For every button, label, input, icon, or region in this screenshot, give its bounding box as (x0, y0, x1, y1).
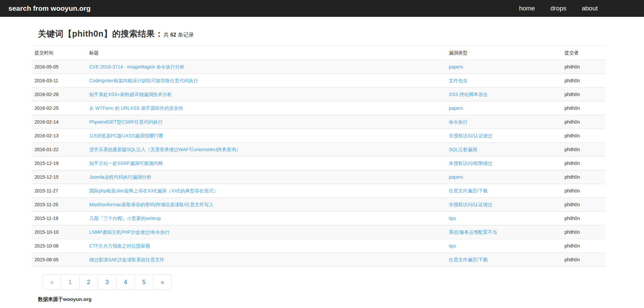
cell-submit-time: 2015-12-19 (32, 157, 87, 170)
vuln-type-link[interactable]: 文件包含 (449, 78, 468, 83)
pagination: «12345» (43, 274, 172, 290)
cell-author: phith0n (562, 74, 605, 88)
report-title-link[interactable]: 知乎主站一处SSRF漏洞可探测内网 (89, 161, 163, 166)
cell-vuln-type: tips (446, 212, 562, 225)
cell-vuln-type: 非授权访问/认证绕过 (446, 198, 562, 212)
vuln-type-link[interactable]: 非授权访问/认证绕过 (449, 202, 492, 207)
table-row: 2016-03-11CodeIgniter框架内核设计缺陷可能导致任意代码执行文… (32, 74, 605, 88)
cell-author: phith0n (562, 88, 605, 101)
cell-title: 几期『三个白帽』小竞赛的writeup (87, 212, 446, 225)
navbar-links: home drops about (503, 5, 598, 12)
data-source-note: 数据来源于wooyun.org (38, 296, 605, 303)
cell-title: CodeIgniter框架内核设计缺陷可能导致任意代码执行 (87, 74, 446, 88)
cell-title: 115浏览器PC版UXSS漏洞指哪打哪 (87, 129, 446, 143)
results-table-head: 提交时间 标题 漏洞类型 提交者 (32, 46, 605, 60)
cell-title: LNMP虚拟主机PHP沙盒绕过/命令执行 (87, 225, 446, 239)
cell-title: 知乎某处XSS+刷粉超详细漏洞技术分析 (87, 88, 446, 101)
cell-vuln-type: 命令执行 (446, 115, 562, 129)
cell-submit-time: 2015-10-10 (32, 225, 87, 239)
report-title-link[interactable]: 贷齐乐系统最新版SQL注入（无需登录绕过WAF可unionselect跨表查询） (89, 147, 240, 152)
vuln-type-link[interactable]: 任意文件遍历/下载 (449, 257, 488, 262)
cell-title: PhpwindGET型CSRF任意代码执行 (87, 115, 446, 129)
report-title-link[interactable]: 知乎某处XSS+刷粉超详细漏洞技术分析 (89, 92, 172, 97)
report-title-link[interactable]: 绕过新浪SAE沙盒读取系统任意文件 (89, 257, 164, 262)
table-row: 2015-10-10LNMP虚拟主机PHP沙盒绕过/命令执行系统/服务运维配置不… (32, 225, 605, 239)
vuln-type-link[interactable]: 任意文件遍历/下载 (449, 188, 488, 193)
report-title-link[interactable]: 几期『三个白帽』小竞赛的writeup (89, 216, 161, 221)
table-row: 2016-02-14PhpwindGET型CSRF任意代码执行命令执行phith… (32, 115, 605, 129)
report-title-link[interactable]: Joomla远程代码执行漏洞分析 (89, 174, 151, 180)
report-title-link[interactable]: 从 WTForm 的 URLXSS 谈开源组件的安全性 (89, 105, 183, 111)
cell-author: phith0n (562, 157, 605, 170)
cell-author: phith0n (562, 101, 605, 115)
vuln-type-link[interactable]: SQL注射漏洞 (449, 147, 477, 152)
results-table: 提交时间 标题 漏洞类型 提交者 2016-05-05CVE-2016-3714… (32, 45, 605, 267)
report-title-link[interactable]: Maxthonformac获取保存的密码/跨域信息读取/任意文件写入 (89, 202, 213, 207)
cell-author: phith0n (562, 198, 605, 212)
col-header-vuln-type: 漏洞类型 (446, 46, 562, 60)
cell-submit-time: 2016-02-14 (32, 115, 87, 129)
cell-title: 绕过新浪SAE沙盒读取系统任意文件 (87, 253, 446, 267)
pagination-page-2-button[interactable]: 2 (79, 274, 98, 290)
report-title-link[interactable]: 115浏览器PC版UXSS漏洞指哪打哪 (89, 133, 163, 138)
site-brand-link[interactable]: search from wooyun.org (8, 4, 91, 12)
cell-author: phith0n (562, 129, 605, 143)
report-title-link[interactable]: CodeIgniter框架内核设计缺陷可能导致任意代码执行 (89, 78, 198, 83)
vuln-type-link[interactable]: 未授权访问/权限绕过 (449, 161, 492, 166)
cell-title: 从 WTForm 的 URLXSS 谈开源组件的安全性 (87, 101, 446, 115)
table-row: 2015-10-08CTF主办方指南之对抗搅屎棍tipsphith0n (32, 239, 605, 253)
vuln-type-link[interactable]: 系统/服务运维配置不当 (449, 229, 497, 235)
main-content: 关键词【phith0n】的搜索结果：共 62 条记录 提交时间 标题 漏洞类型 … (32, 28, 605, 303)
pagination-page-3-button[interactable]: 3 (98, 274, 116, 290)
cell-vuln-type: 系统/服务运维配置不当 (446, 225, 562, 239)
table-row: 2016-02-28知乎某处XSS+刷粉超详细漏洞技术分析XSS 跨站脚本攻击p… (32, 88, 605, 101)
vuln-type-link[interactable]: tips (449, 243, 456, 249)
cell-author: phith0n (562, 212, 605, 225)
cell-submit-time: 2016-02-28 (32, 88, 87, 101)
report-title-link[interactable]: LNMP虚拟主机PHP沙盒绕过/命令执行 (89, 229, 170, 235)
table-row: 2015-11-27国际php框架slim架构上存在XXE漏洞（XXE的典型存在… (32, 184, 605, 198)
pagination-page-4-button[interactable]: 4 (116, 274, 135, 290)
report-title-link[interactable]: PhpwindGET型CSRF任意代码执行 (89, 119, 163, 125)
vuln-type-link[interactable]: XSS 跨站脚本攻击 (449, 92, 488, 97)
table-row: 2015-12-19知乎主站一处SSRF漏洞可探测内网未授权访问/权限绕过phi… (32, 157, 605, 170)
cell-submit-time: 2015-11-19 (32, 212, 87, 225)
nav-home-link[interactable]: home (519, 5, 535, 12)
report-title-link[interactable]: CTF主办方指南之对抗搅屎棍 (89, 243, 150, 249)
pagination-next-button[interactable]: » (153, 274, 172, 290)
table-row: 2016-02-25从 WTForm 的 URLXSS 谈开源组件的安全性pap… (32, 101, 605, 115)
vuln-type-link[interactable]: papers (449, 64, 463, 70)
col-header-title: 标题 (87, 46, 446, 60)
report-title-link[interactable]: 国际php框架slim架构上存在XXE漏洞（XXE的典型存在形式） (89, 188, 218, 193)
table-row: 2015-08-05绕过新浪SAE沙盒读取系统任意文件任意文件遍历/下载phit… (32, 253, 605, 267)
col-header-author: 提交者 (562, 46, 605, 60)
vuln-type-link[interactable]: papers (449, 105, 463, 111)
table-row: 2016-05-05CVE-2016-3714 - ImageMagick 命令… (32, 60, 605, 74)
cell-submit-time: 2015-08-05 (32, 253, 87, 267)
vuln-type-link[interactable]: 命令执行 (449, 119, 468, 125)
report-title-link[interactable]: CVE-2016-3714 - ImageMagick 命令执行分析 (89, 64, 184, 70)
vuln-type-link[interactable]: papers (449, 174, 463, 180)
table-row: 2016-01-22贷齐乐系统最新版SQL注入（无需登录绕过WAF可unions… (32, 143, 605, 157)
cell-submit-time: 2015-11-27 (32, 184, 87, 198)
cell-author: phith0n (562, 184, 605, 198)
cell-author: phith0n (562, 225, 605, 239)
cell-vuln-type: 非授权访问/认证绕过 (446, 129, 562, 143)
vuln-type-link[interactable]: 非授权访问/认证绕过 (449, 133, 492, 138)
cell-title: 知乎主站一处SSRF漏洞可探测内网 (87, 157, 446, 170)
navbar: search from wooyun.org home drops about (0, 0, 644, 17)
cell-author: phith0n (562, 253, 605, 267)
vuln-type-link[interactable]: tips (449, 216, 456, 221)
pagination-page-5-button[interactable]: 5 (135, 274, 153, 290)
nav-about-link[interactable]: about (582, 5, 598, 12)
table-row: 2016-02-13115浏览器PC版UXSS漏洞指哪打哪非授权访问/认证绕过p… (32, 129, 605, 143)
pagination-page-1-button: 1 (61, 274, 79, 290)
cell-vuln-type: XSS 跨站脚本攻击 (446, 88, 562, 101)
cell-title: CTF主办方指南之对抗搅屎棍 (87, 239, 446, 253)
cell-title: CVE-2016-3714 - ImageMagick 命令执行分析 (87, 60, 446, 74)
cell-submit-time: 2016-02-25 (32, 101, 87, 115)
page-title: 关键词【phith0n】的搜索结果：共 62 条记录 (38, 28, 605, 39)
nav-drops-link[interactable]: drops (550, 5, 567, 12)
cell-submit-time: 2016-01-22 (32, 143, 87, 157)
table-row: 2015-11-25Maxthonformac获取保存的密码/跨域信息读取/任意… (32, 198, 605, 212)
